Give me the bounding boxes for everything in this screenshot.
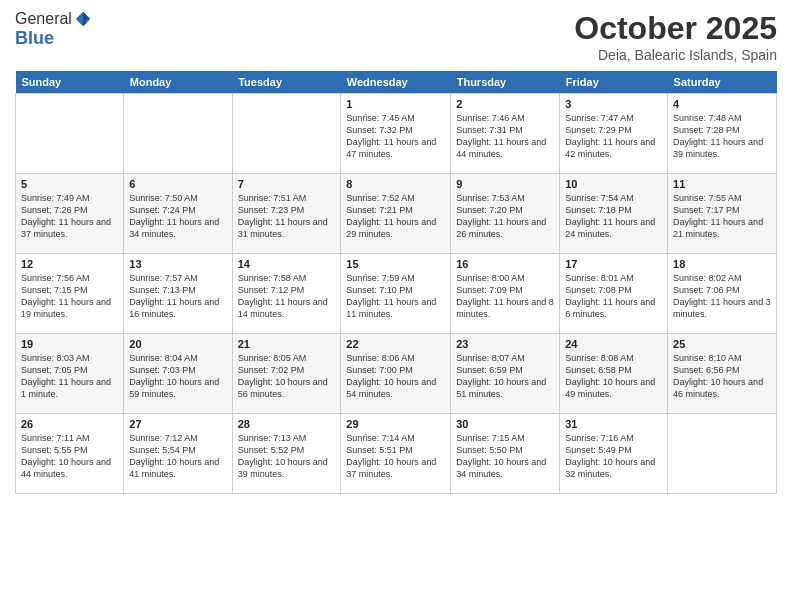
calendar-cell: 2Sunrise: 7:46 AM Sunset: 7:31 PM Daylig…: [451, 94, 560, 174]
day-info: Sunrise: 8:04 AM Sunset: 7:03 PM Dayligh…: [129, 352, 226, 401]
calendar-cell: 16Sunrise: 8:00 AM Sunset: 7:09 PM Dayli…: [451, 254, 560, 334]
logo-blue: Blue: [15, 28, 92, 49]
dow-sunday: Sunday: [16, 71, 124, 94]
calendar-cell: 9Sunrise: 7:53 AM Sunset: 7:20 PM Daylig…: [451, 174, 560, 254]
location: Deia, Balearic Islands, Spain: [574, 47, 777, 63]
day-info: Sunrise: 8:06 AM Sunset: 7:00 PM Dayligh…: [346, 352, 445, 401]
calendar-cell: [232, 94, 341, 174]
month-title: October 2025: [574, 10, 777, 47]
day-info: Sunrise: 7:47 AM Sunset: 7:29 PM Dayligh…: [565, 112, 662, 161]
calendar-cell: 11Sunrise: 7:55 AM Sunset: 7:17 PM Dayli…: [668, 174, 777, 254]
day-number: 12: [21, 258, 118, 270]
calendar-cell: 21Sunrise: 8:05 AM Sunset: 7:02 PM Dayli…: [232, 334, 341, 414]
logo: General Blue: [15, 10, 92, 49]
calendar-cell: 7Sunrise: 7:51 AM Sunset: 7:23 PM Daylig…: [232, 174, 341, 254]
day-number: 20: [129, 338, 226, 350]
calendar-cell: [124, 94, 232, 174]
week-row-5: 26Sunrise: 7:11 AM Sunset: 5:55 PM Dayli…: [16, 414, 777, 494]
calendar-cell: 3Sunrise: 7:47 AM Sunset: 7:29 PM Daylig…: [560, 94, 668, 174]
day-number: 11: [673, 178, 771, 190]
calendar-table: SundayMondayTuesdayWednesdayThursdayFrid…: [15, 71, 777, 494]
day-number: 1: [346, 98, 445, 110]
calendar-cell: 25Sunrise: 8:10 AM Sunset: 6:56 PM Dayli…: [668, 334, 777, 414]
day-number: 8: [346, 178, 445, 190]
calendar-cell: 12Sunrise: 7:56 AM Sunset: 7:15 PM Dayli…: [16, 254, 124, 334]
day-info: Sunrise: 7:51 AM Sunset: 7:23 PM Dayligh…: [238, 192, 336, 241]
calendar-cell: [668, 414, 777, 494]
logo-general: General: [15, 10, 72, 28]
day-info: Sunrise: 7:46 AM Sunset: 7:31 PM Dayligh…: [456, 112, 554, 161]
day-number: 10: [565, 178, 662, 190]
day-number: 21: [238, 338, 336, 350]
day-info: Sunrise: 7:52 AM Sunset: 7:21 PM Dayligh…: [346, 192, 445, 241]
day-info: Sunrise: 8:02 AM Sunset: 7:06 PM Dayligh…: [673, 272, 771, 321]
day-info: Sunrise: 8:05 AM Sunset: 7:02 PM Dayligh…: [238, 352, 336, 401]
calendar-cell: 15Sunrise: 7:59 AM Sunset: 7:10 PM Dayli…: [341, 254, 451, 334]
week-row-2: 5Sunrise: 7:49 AM Sunset: 7:26 PM Daylig…: [16, 174, 777, 254]
day-number: 19: [21, 338, 118, 350]
day-info: Sunrise: 7:53 AM Sunset: 7:20 PM Dayligh…: [456, 192, 554, 241]
day-number: 2: [456, 98, 554, 110]
day-info: Sunrise: 8:01 AM Sunset: 7:08 PM Dayligh…: [565, 272, 662, 321]
day-info: Sunrise: 7:49 AM Sunset: 7:26 PM Dayligh…: [21, 192, 118, 241]
day-number: 29: [346, 418, 445, 430]
calendar-cell: 28Sunrise: 7:13 AM Sunset: 5:52 PM Dayli…: [232, 414, 341, 494]
day-number: 4: [673, 98, 771, 110]
day-number: 18: [673, 258, 771, 270]
day-info: Sunrise: 7:16 AM Sunset: 5:49 PM Dayligh…: [565, 432, 662, 481]
title-block: October 2025 Deia, Balearic Islands, Spa…: [574, 10, 777, 63]
day-info: Sunrise: 7:56 AM Sunset: 7:15 PM Dayligh…: [21, 272, 118, 321]
calendar-cell: 10Sunrise: 7:54 AM Sunset: 7:18 PM Dayli…: [560, 174, 668, 254]
week-row-4: 19Sunrise: 8:03 AM Sunset: 7:05 PM Dayli…: [16, 334, 777, 414]
page-container: General Blue October 2025 Deia, Balearic…: [0, 0, 792, 504]
day-number: 26: [21, 418, 118, 430]
day-info: Sunrise: 7:54 AM Sunset: 7:18 PM Dayligh…: [565, 192, 662, 241]
day-number: 23: [456, 338, 554, 350]
day-info: Sunrise: 7:13 AM Sunset: 5:52 PM Dayligh…: [238, 432, 336, 481]
calendar-cell: 31Sunrise: 7:16 AM Sunset: 5:49 PM Dayli…: [560, 414, 668, 494]
day-info: Sunrise: 7:15 AM Sunset: 5:50 PM Dayligh…: [456, 432, 554, 481]
day-info: Sunrise: 7:57 AM Sunset: 7:13 PM Dayligh…: [129, 272, 226, 321]
day-number: 6: [129, 178, 226, 190]
day-info: Sunrise: 7:58 AM Sunset: 7:12 PM Dayligh…: [238, 272, 336, 321]
calendar-cell: 29Sunrise: 7:14 AM Sunset: 5:51 PM Dayli…: [341, 414, 451, 494]
day-number: 13: [129, 258, 226, 270]
dow-monday: Monday: [124, 71, 232, 94]
calendar-cell: 5Sunrise: 7:49 AM Sunset: 7:26 PM Daylig…: [16, 174, 124, 254]
day-info: Sunrise: 7:55 AM Sunset: 7:17 PM Dayligh…: [673, 192, 771, 241]
day-number: 5: [21, 178, 118, 190]
dow-friday: Friday: [560, 71, 668, 94]
day-info: Sunrise: 7:59 AM Sunset: 7:10 PM Dayligh…: [346, 272, 445, 321]
day-info: Sunrise: 8:03 AM Sunset: 7:05 PM Dayligh…: [21, 352, 118, 401]
calendar-cell: 23Sunrise: 8:07 AM Sunset: 6:59 PM Dayli…: [451, 334, 560, 414]
dow-saturday: Saturday: [668, 71, 777, 94]
day-number: 3: [565, 98, 662, 110]
calendar-cell: 8Sunrise: 7:52 AM Sunset: 7:21 PM Daylig…: [341, 174, 451, 254]
day-number: 27: [129, 418, 226, 430]
calendar-cell: 17Sunrise: 8:01 AM Sunset: 7:08 PM Dayli…: [560, 254, 668, 334]
dow-tuesday: Tuesday: [232, 71, 341, 94]
calendar-cell: 22Sunrise: 8:06 AM Sunset: 7:00 PM Dayli…: [341, 334, 451, 414]
day-info: Sunrise: 8:08 AM Sunset: 6:58 PM Dayligh…: [565, 352, 662, 401]
calendar-body: 1Sunrise: 7:45 AM Sunset: 7:32 PM Daylig…: [16, 94, 777, 494]
day-info: Sunrise: 7:12 AM Sunset: 5:54 PM Dayligh…: [129, 432, 226, 481]
day-number: 24: [565, 338, 662, 350]
logo-icon: [74, 10, 92, 28]
day-info: Sunrise: 7:45 AM Sunset: 7:32 PM Dayligh…: [346, 112, 445, 161]
week-row-3: 12Sunrise: 7:56 AM Sunset: 7:15 PM Dayli…: [16, 254, 777, 334]
day-number: 9: [456, 178, 554, 190]
day-info: Sunrise: 7:11 AM Sunset: 5:55 PM Dayligh…: [21, 432, 118, 481]
header: General Blue October 2025 Deia, Balearic…: [15, 10, 777, 63]
dow-wednesday: Wednesday: [341, 71, 451, 94]
calendar-cell: 4Sunrise: 7:48 AM Sunset: 7:28 PM Daylig…: [668, 94, 777, 174]
day-info: Sunrise: 8:00 AM Sunset: 7:09 PM Dayligh…: [456, 272, 554, 321]
day-number: 28: [238, 418, 336, 430]
day-info: Sunrise: 7:48 AM Sunset: 7:28 PM Dayligh…: [673, 112, 771, 161]
day-number: 14: [238, 258, 336, 270]
day-number: 15: [346, 258, 445, 270]
dow-thursday: Thursday: [451, 71, 560, 94]
calendar-cell: 14Sunrise: 7:58 AM Sunset: 7:12 PM Dayli…: [232, 254, 341, 334]
day-number: 25: [673, 338, 771, 350]
calendar-cell: 13Sunrise: 7:57 AM Sunset: 7:13 PM Dayli…: [124, 254, 232, 334]
calendar-cell: 24Sunrise: 8:08 AM Sunset: 6:58 PM Dayli…: [560, 334, 668, 414]
